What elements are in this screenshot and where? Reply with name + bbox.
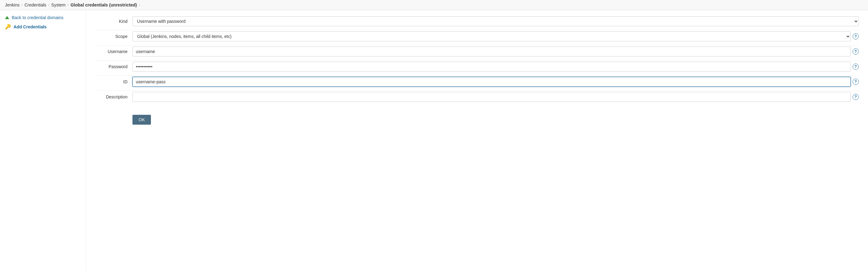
username-label: Username — [95, 49, 132, 54]
arrow-up-icon — [5, 16, 9, 19]
key-icon: 🔑 — [5, 24, 11, 30]
sidebar: Back to credential domains 🔑 Add Credent… — [0, 10, 86, 272]
description-row: Description ? — [95, 92, 859, 102]
kind-select[interactable]: Username with password — [132, 16, 859, 26]
kind-row: Kind Username with password — [95, 16, 859, 26]
scope-select[interactable]: Global (Jenkins, nodes, items, all child… — [132, 31, 851, 42]
back-to-credential-domains-link[interactable]: Back to credential domains — [5, 15, 81, 20]
breadcrumb-sep-2: › — [48, 3, 49, 7]
ok-button[interactable]: OK — [132, 115, 151, 125]
add-credentials-label: Add Credentials — [13, 24, 46, 29]
id-label: ID — [95, 79, 132, 84]
description-help-icon[interactable]: ? — [852, 94, 859, 100]
password-control-wrapper: ? — [132, 62, 859, 72]
main-container: Back to credential domains 🔑 Add Credent… — [0, 10, 868, 272]
username-input[interactable] — [132, 47, 851, 56]
credentials-form: Kind Username with password Scope Global… — [95, 16, 859, 102]
breadcrumb-sep-4: › — [138, 3, 140, 7]
description-input[interactable] — [132, 92, 851, 102]
scope-help-icon[interactable]: ? — [852, 33, 859, 39]
username-help-icon[interactable]: ? — [852, 49, 859, 55]
scope-row: Scope Global (Jenkins, nodes, items, all… — [95, 31, 859, 42]
id-input[interactable] — [132, 77, 851, 87]
divider-1 — [95, 30, 859, 30]
ok-button-container: OK — [95, 106, 859, 125]
divider-3 — [95, 60, 859, 60]
breadcrumb-credentials[interactable]: Credentials — [24, 2, 46, 7]
divider-5 — [95, 90, 859, 91]
password-help-icon[interactable]: ? — [852, 63, 859, 70]
breadcrumb-bar: Jenkins › Credentials › System › Global … — [0, 0, 868, 10]
kind-label: Kind — [95, 19, 132, 24]
id-help-icon[interactable]: ? — [852, 79, 859, 85]
add-credentials-link[interactable]: 🔑 Add Credentials — [5, 24, 81, 30]
breadcrumb-global-credentials: Global credentials (unrestricted) — [70, 2, 137, 7]
divider-4 — [95, 75, 859, 76]
back-link-label: Back to credential domains — [12, 15, 63, 20]
username-row: Username ? — [95, 47, 859, 56]
description-label: Description — [95, 94, 132, 99]
description-control-wrapper: ? — [132, 92, 859, 102]
id-row: ID ? — [95, 77, 859, 87]
id-control-wrapper: ? — [132, 77, 859, 87]
password-label: Password — [95, 64, 132, 69]
content-area: Kind Username with password Scope Global… — [86, 10, 868, 272]
kind-control-wrapper: Username with password — [132, 16, 859, 26]
scope-label: Scope — [95, 34, 132, 39]
username-control-wrapper: ? — [132, 47, 859, 56]
scope-control-wrapper: Global (Jenkins, nodes, items, all child… — [132, 31, 859, 42]
breadcrumb-sep-3: › — [67, 3, 69, 7]
breadcrumb-system[interactable]: System — [51, 2, 66, 7]
breadcrumb-sep-1: › — [21, 3, 23, 7]
breadcrumb-jenkins[interactable]: Jenkins — [5, 2, 20, 7]
password-row: Password ? — [95, 62, 859, 72]
password-input[interactable] — [132, 62, 851, 72]
